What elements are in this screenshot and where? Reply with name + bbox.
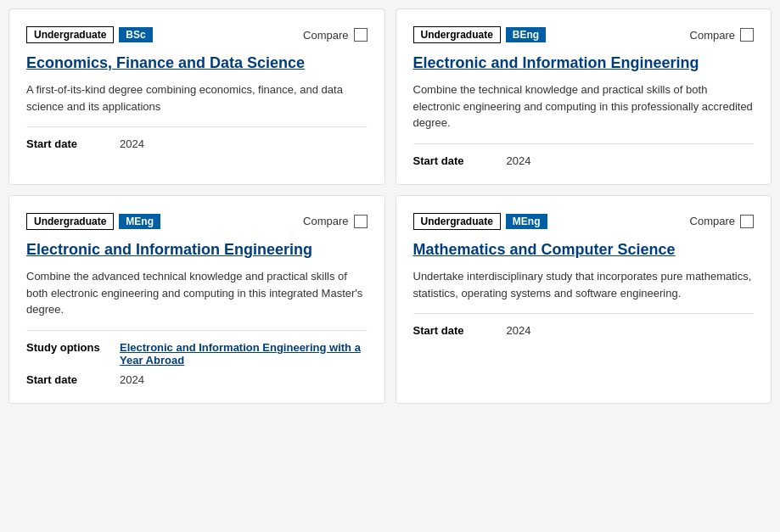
meta-value: 2024 xyxy=(507,324,531,337)
tag-meng: MEng xyxy=(119,214,160,229)
course-description: A first-of-its-kind degree combining eco… xyxy=(26,81,368,115)
compare-label: Compare xyxy=(690,29,735,42)
card-header: UndergraduateMEngCompare xyxy=(413,213,755,230)
card-divider xyxy=(26,126,368,127)
course-title[interactable]: Electronic and Information Engineering xyxy=(413,53,755,73)
compare-section: Compare xyxy=(303,215,367,228)
card-meta: Start date2024 xyxy=(26,137,368,150)
tag-undergraduate: Undergraduate xyxy=(413,213,501,230)
tag-group: UndergraduateMEng xyxy=(413,213,547,230)
course-card-1: UndergraduateBScCompareEconomics, Financ… xyxy=(8,8,385,185)
tag-group: UndergraduateBSc xyxy=(26,26,153,43)
course-description: Undertake interdisciplinary study that i… xyxy=(413,268,755,301)
meta-value: 2024 xyxy=(120,373,144,386)
course-grid: UndergraduateBScCompareEconomics, Financ… xyxy=(8,8,772,404)
compare-label: Compare xyxy=(303,29,348,42)
compare-section: Compare xyxy=(690,215,754,228)
meta-row-1: Study optionsElectronic and Information … xyxy=(26,341,368,367)
card-meta: Start date2024 xyxy=(413,154,755,167)
compare-checkbox[interactable] xyxy=(354,215,368,228)
course-description: Combine the technical knowledge and prac… xyxy=(413,81,755,132)
tag-beng: BEng xyxy=(506,27,546,42)
meta-label: Start date xyxy=(26,137,103,150)
tag-undergraduate: Undergraduate xyxy=(413,26,501,43)
compare-checkbox[interactable] xyxy=(740,215,754,228)
tag-bsc: BSc xyxy=(119,27,152,42)
card-meta: Start date2024 xyxy=(413,324,755,337)
compare-section: Compare xyxy=(303,28,367,42)
tag-meng: MEng xyxy=(506,214,547,229)
meta-row-1: Start date2024 xyxy=(413,324,755,337)
tag-undergraduate: Undergraduate xyxy=(26,26,114,43)
compare-checkbox[interactable] xyxy=(740,28,754,42)
course-title[interactable]: Mathematics and Computer Science xyxy=(413,240,755,260)
meta-value: 2024 xyxy=(507,154,531,167)
course-title[interactable]: Electronic and Information Engineering xyxy=(26,240,368,260)
card-header: UndergraduateMEngCompare xyxy=(26,213,368,230)
meta-row-2: Start date2024 xyxy=(26,373,368,386)
meta-row-1: Start date2024 xyxy=(26,137,368,150)
meta-link-value[interactable]: Electronic and Information Engineering w… xyxy=(120,341,368,367)
compare-label: Compare xyxy=(690,215,735,227)
meta-label: Start date xyxy=(413,324,490,337)
course-card-4: UndergraduateMEngCompareMathematics and … xyxy=(396,195,772,404)
card-header: UndergraduateBEngCompare xyxy=(413,26,755,43)
meta-label: Start date xyxy=(26,373,103,386)
compare-checkbox[interactable] xyxy=(354,28,368,42)
compare-label: Compare xyxy=(303,215,348,227)
course-title[interactable]: Economics, Finance and Data Science xyxy=(26,53,368,73)
meta-label: Start date xyxy=(413,154,490,167)
card-divider xyxy=(413,143,755,144)
course-description: Combine the advanced technical knowledge… xyxy=(26,268,368,318)
tag-group: UndergraduateMEng xyxy=(26,213,160,230)
card-divider xyxy=(26,330,368,331)
meta-label: Study options xyxy=(26,341,103,354)
card-header: UndergraduateBScCompare xyxy=(26,26,368,43)
meta-value: 2024 xyxy=(120,137,144,150)
course-card-3: UndergraduateMEngCompareElectronic and I… xyxy=(8,195,385,404)
tag-undergraduate: Undergraduate xyxy=(26,213,114,230)
card-divider xyxy=(413,313,755,314)
tag-group: UndergraduateBEng xyxy=(413,26,547,43)
card-meta: Study optionsElectronic and Information … xyxy=(26,341,368,386)
course-card-2: UndergraduateBEngCompareElectronic and I… xyxy=(396,8,772,185)
meta-row-1: Start date2024 xyxy=(413,154,755,167)
compare-section: Compare xyxy=(690,28,754,42)
